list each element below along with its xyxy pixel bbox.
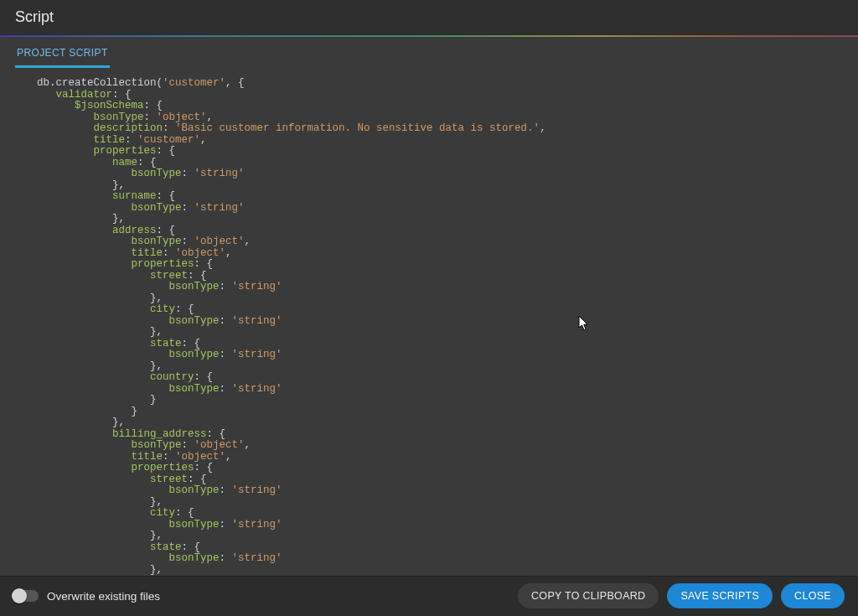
save-scripts-button[interactable]: SAVE SCRIPTS xyxy=(667,583,773,608)
copy-to-clipboard-button[interactable]: COPY TO CLIPBOARD xyxy=(518,583,659,608)
toggle-track xyxy=(13,590,39,602)
footer-bar: Overwrite existing files COPY TO CLIPBOA… xyxy=(0,576,858,616)
accent-stripe xyxy=(0,35,858,37)
titlebar: Script xyxy=(0,0,858,35)
code-content: db.createCollection('customer', { valida… xyxy=(12,76,853,576)
close-button[interactable]: CLOSE xyxy=(781,583,845,608)
script-dialog: Script PROJECT SCRIPT db.createCollectio… xyxy=(0,0,858,616)
overwrite-toggle[interactable]: Overwrite existing files xyxy=(13,590,160,603)
code-scroll-area[interactable]: db.createCollection('customer', { valida… xyxy=(12,76,853,576)
overwrite-toggle-label: Overwrite existing files xyxy=(47,590,160,603)
toggle-knob xyxy=(12,588,27,603)
dialog-title: Script xyxy=(15,8,54,26)
tabs-bar: PROJECT SCRIPT xyxy=(0,37,858,68)
tab-project-script[interactable]: PROJECT SCRIPT xyxy=(15,45,110,68)
